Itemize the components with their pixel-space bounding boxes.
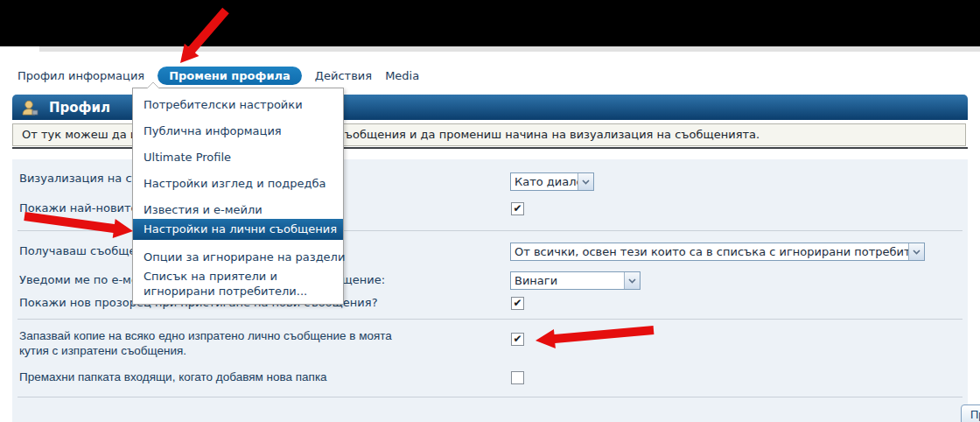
- row-divider: [18, 397, 962, 397]
- profile-person-icon: [21, 100, 40, 116]
- menu-item-notifications-email[interactable]: Известия и е-мейли: [144, 203, 262, 216]
- tab-modify-profile[interactable]: Промени профила: [158, 67, 302, 85]
- save-copy-checkbox[interactable]: ✔: [511, 333, 524, 346]
- email-notify-select[interactable]: Винаги: [510, 271, 640, 290]
- message-display-select[interactable]: Като диалог: [510, 172, 594, 191]
- profile-tab-bar: Профил информация Промени профила Действ…: [18, 66, 419, 85]
- section-title: Профил: [49, 100, 110, 116]
- chevron-down-icon: [578, 173, 593, 190]
- tab-profile-info[interactable]: Профил информация: [18, 69, 144, 82]
- receive-from-select-value: От всички, освен тези които са в списъка…: [514, 243, 908, 260]
- page: Профил информация Промени профила Действ…: [0, 0, 980, 422]
- menu-item-pm-settings[interactable]: Настройки на лични съобщения: [133, 219, 343, 240]
- top-black-bar: [0, 0, 980, 46]
- menu-item-buddy-ignore-list[interactable]: Списък на приятели и игнорирани потребит…: [144, 269, 334, 299]
- tab-media[interactable]: Media: [385, 69, 419, 82]
- newest-on-top-checkbox[interactable]: ✔: [511, 202, 524, 215]
- label-save-copy: Запазвай копие на всяко едно изпратено л…: [19, 328, 422, 358]
- remove-inbox-checkbox[interactable]: [511, 371, 524, 384]
- modify-profile-dropdown: Потребителски настройки Публична информа…: [132, 88, 344, 305]
- label-remove-inbox: Премахни папката входящи, когато добавям…: [19, 370, 327, 383]
- menu-item-pm-settings-label: Настройки на лични съобщения: [144, 222, 337, 236]
- top-gray-strip: [39, 46, 980, 52]
- menu-item-look-layout[interactable]: Настройки изглед и подредба: [144, 177, 326, 190]
- tab-actions[interactable]: Действия: [315, 69, 372, 82]
- menu-item-public-info[interactable]: Публична информация: [144, 124, 282, 137]
- email-notify-select-value: Винаги: [514, 272, 624, 289]
- menu-item-ultimate-profile[interactable]: Ultimate Profile: [144, 151, 231, 164]
- popup-window-checkbox[interactable]: ✔: [511, 297, 524, 310]
- dropdown-notch: [145, 82, 161, 89]
- receive-from-select[interactable]: От всички, освен тези които са в списъка…: [510, 243, 925, 261]
- submit-profile-button[interactable]: Пр: [961, 404, 980, 422]
- chevron-down-icon: [624, 272, 640, 289]
- message-display-select-value: Като диалог: [514, 173, 578, 190]
- menu-item-ignore-boards[interactable]: Опции за игнориране на раздели: [144, 250, 345, 264]
- row-divider: [18, 319, 962, 320]
- menu-item-user-settings[interactable]: Потребителски настройки: [144, 98, 303, 111]
- chevron-down-icon: [908, 243, 924, 260]
